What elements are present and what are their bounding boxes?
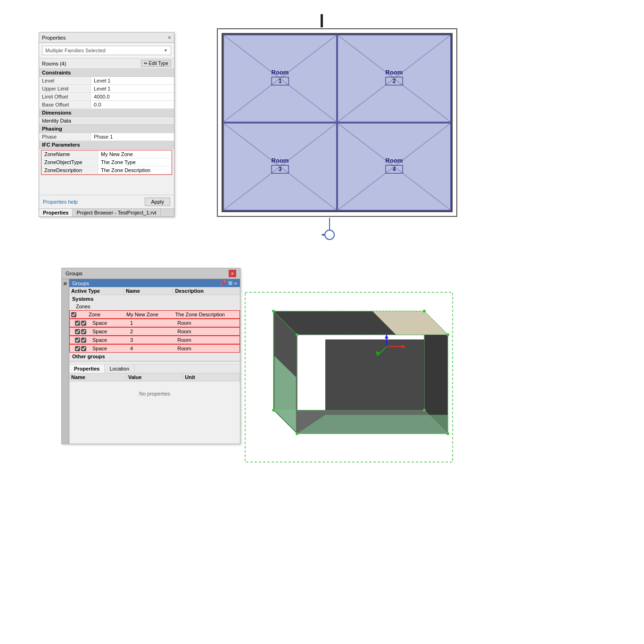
groups-table-header: Active Type Name Description xyxy=(69,287,240,295)
room-4-number: 4 xyxy=(386,165,403,173)
floorplan-viewport: Room 1 Room 2 xyxy=(217,28,457,217)
prop-level-label: Level xyxy=(39,77,91,84)
space1-type-cell: Space xyxy=(91,319,128,327)
resize-handle[interactable] xyxy=(69,360,240,362)
prop-level-value[interactable]: Level 1 xyxy=(91,77,174,84)
panel-tab-bar: Properties Project Browser - TestProject… xyxy=(39,208,174,216)
svg-marker-20 xyxy=(325,339,424,410)
constraints-section: Constraints xyxy=(39,69,174,77)
space2-active-cb[interactable] xyxy=(81,329,86,334)
room-1-number: 1 xyxy=(272,77,289,85)
zone-active-checkbox[interactable] xyxy=(71,312,76,317)
groups-outer-title: Groups xyxy=(66,271,83,276)
space2-active-cell xyxy=(74,328,91,335)
space3-active-cb[interactable] xyxy=(81,338,86,343)
ifc-zone-object-type-value[interactable]: The Zone Type xyxy=(98,158,172,166)
tab-properties-bottom[interactable]: Properties xyxy=(69,364,105,373)
prop-phase-label: Phase xyxy=(39,133,91,140)
groups-outer-titlebar: Groups × xyxy=(62,268,240,279)
ifc-zone-description-value[interactable]: The Zone Description xyxy=(98,166,172,174)
panel-footer: Properties help Apply xyxy=(39,195,174,208)
svg-point-33 xyxy=(272,310,275,313)
properties-help-link[interactable]: Properties help xyxy=(43,199,78,205)
prop-phase-value[interactable]: Phase 1 xyxy=(91,133,174,140)
tab-location-bottom[interactable]: Location xyxy=(105,364,134,373)
space4-type-cell: Space xyxy=(91,345,128,352)
prop-base-offset: Base Offset 0.0 xyxy=(39,101,174,109)
groups-left-icon-symbol: ▣ xyxy=(63,281,67,286)
space-row-3[interactable]: Space 3 Room xyxy=(69,336,240,344)
ifc-zone-description-label: ZoneDescription xyxy=(41,166,98,174)
groups-inner-bar: Groups 📌 ⊞ × xyxy=(69,279,240,287)
space1-active-cb[interactable] xyxy=(81,321,86,326)
edit-type-button[interactable]: ✏ Edit Type xyxy=(141,60,171,67)
family-dropdown[interactable]: Multiple Families Selected ▼ xyxy=(42,46,171,55)
space1-vis-cb[interactable] xyxy=(75,321,80,326)
col-type-header: Type xyxy=(86,287,124,295)
family-dropdown-value: Multiple Families Selected xyxy=(45,48,106,53)
room-4-name: Room xyxy=(386,157,403,164)
tab-project-browser[interactable]: Project Browser - TestProject_1.rvt xyxy=(73,209,160,216)
room-4-label: Room 4 xyxy=(386,157,403,173)
dimensions-section: Dimensions xyxy=(39,109,174,117)
groups-inner-title: Groups xyxy=(72,281,89,286)
space3-name-cell: 3 xyxy=(128,336,175,344)
space4-vis-cb[interactable] xyxy=(75,346,80,351)
space3-vis-cb[interactable] xyxy=(75,338,80,343)
space2-type-cell: Space xyxy=(91,328,128,335)
apply-button[interactable]: Apply xyxy=(145,198,170,206)
compass-container: - - xyxy=(318,218,341,245)
space2-name-cell: 2 xyxy=(128,328,175,335)
properties-close-button[interactable]: × xyxy=(167,34,171,41)
groups-content: Groups 📌 ⊞ × Active Type Name Descriptio… xyxy=(69,279,240,444)
room-3-name: Room xyxy=(272,157,289,164)
space4-name-cell: 4 xyxy=(128,345,175,352)
dropdown-arrow-icon: ▼ xyxy=(164,48,168,53)
groups-main-area: ▣ Groups 📌 ⊞ × Active Type Name Descript… xyxy=(62,279,240,444)
zone-type-cell: Zone xyxy=(87,311,124,318)
north-line xyxy=(321,14,323,27)
ifc-zone-description-row: ZoneDescription The Zone Description xyxy=(41,166,172,174)
space2-vis-cb[interactable] xyxy=(75,329,80,334)
props-empty-area xyxy=(69,406,240,444)
ifc-zone-object-type-row: ZoneObjectType The Zone Type xyxy=(41,158,172,166)
space-row-2[interactable]: Space 2 Room xyxy=(69,327,240,336)
space-row-4[interactable]: Space 4 Room xyxy=(69,344,240,353)
prop-upper-limit-value[interactable]: Level 1 xyxy=(91,85,174,92)
tab-properties[interactable]: Properties xyxy=(39,209,73,216)
ifc-params-box: ZoneName My New Zone ZoneObjectType The … xyxy=(41,150,172,175)
ifc-zone-name-value[interactable]: My New Zone xyxy=(98,150,172,158)
edit-type-label: Edit Type xyxy=(149,61,168,66)
groups-close-button[interactable]: × xyxy=(229,270,236,277)
prop-phase: Phase Phase 1 xyxy=(39,133,174,141)
zone-row[interactable]: Zone My New Zone The Zone Description xyxy=(69,310,240,319)
groups-bottom-tab-bar: Properties Location xyxy=(69,364,240,373)
prop-base-offset-value[interactable]: 0.0 xyxy=(91,101,174,108)
svg-marker-11 xyxy=(322,233,324,236)
prop-base-offset-label: Base Offset xyxy=(39,101,91,108)
col-active-header: Active xyxy=(69,287,86,295)
ifc-zone-name-row: ZoneName My New Zone xyxy=(41,150,172,158)
family-dropdown-row: Multiple Families Selected ▼ xyxy=(39,43,174,58)
col-desc-header: Description xyxy=(173,287,240,295)
room-3-number: 3 xyxy=(272,165,289,173)
space4-active-cb[interactable] xyxy=(81,346,86,351)
properties-title: Properties xyxy=(42,35,66,41)
pin-icon[interactable]: 📌 xyxy=(220,280,226,286)
gph-value: Value xyxy=(126,373,183,381)
room-3-label: Room 3 xyxy=(272,157,289,173)
room-2-name: Room xyxy=(386,69,403,76)
svg-point-36 xyxy=(272,409,275,412)
room-1-name: Room xyxy=(272,69,289,76)
room-2-label: Room 2 xyxy=(386,69,403,85)
svg-point-40 xyxy=(296,333,298,336)
prop-limit-offset-label: Limit Offset xyxy=(39,93,91,100)
3d-view-svg xyxy=(231,283,467,481)
space1-active-cell xyxy=(74,320,91,327)
prop-limit-offset-value[interactable]: 4000.0 xyxy=(91,93,174,100)
room-2: Room 2 xyxy=(337,34,451,123)
room-3: Room 3 xyxy=(223,123,337,211)
space3-active-cell xyxy=(74,337,91,344)
other-groups-header: Other groups xyxy=(69,353,240,360)
space-row-1[interactable]: Space 1 Room xyxy=(69,319,240,327)
